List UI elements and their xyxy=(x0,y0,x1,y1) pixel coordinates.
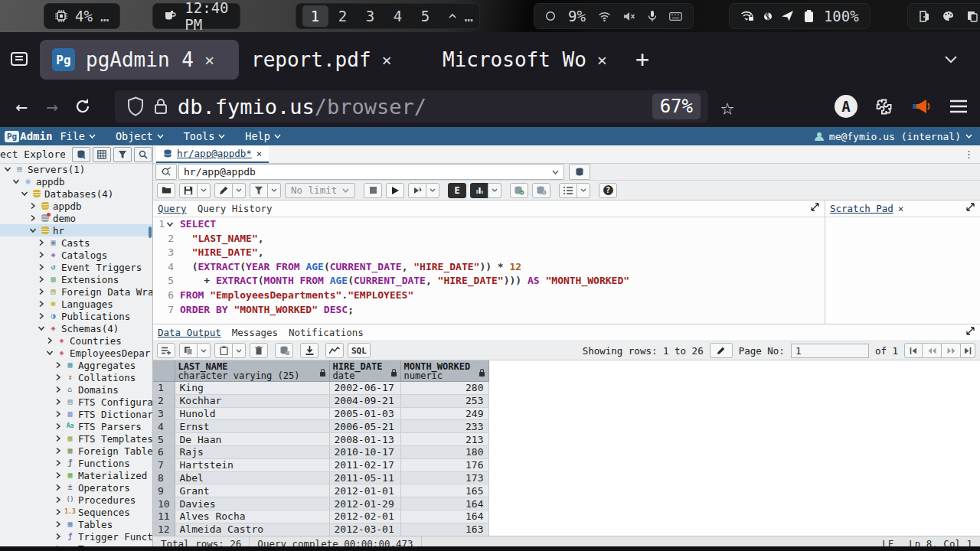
query-tool-tab[interactable]: hr/app@appdb* × xyxy=(156,146,269,163)
tab-query[interactable]: Query xyxy=(158,201,187,217)
chevron-right-icon[interactable] xyxy=(54,533,62,540)
copy-button[interactable] xyxy=(179,343,198,358)
view-data-button[interactable] xyxy=(93,147,111,162)
chevron-right-icon[interactable] xyxy=(54,361,62,369)
tree-item-functions[interactable]: ƒFunctions xyxy=(0,457,152,469)
next-page-button[interactable] xyxy=(941,343,961,358)
tree-item-languages[interactable]: ●Languages xyxy=(0,298,152,310)
tab-query-history[interactable]: Query History xyxy=(198,201,273,217)
new-connection-button[interactable] xyxy=(569,164,590,180)
edit-range-button[interactable] xyxy=(710,343,733,358)
connection-status-button[interactable] xyxy=(155,164,177,180)
tree-item-appdb[interactable]: appdb xyxy=(0,200,152,212)
tree-item-databases-4-[interactable]: Databases(4) xyxy=(0,187,152,200)
workspace-1[interactable]: 1 xyxy=(302,5,328,27)
stop-button[interactable] xyxy=(364,183,382,198)
last-name-cell[interactable]: Alves Rocha xyxy=(175,510,329,523)
menu-help[interactable]: Help xyxy=(245,130,281,142)
chevron-right-icon[interactable] xyxy=(29,202,37,210)
chevron-right-icon[interactable] xyxy=(54,422,62,430)
chevron-right-icon[interactable] xyxy=(54,447,62,455)
edit-options-caret[interactable] xyxy=(232,183,246,198)
tree-item-casts[interactable]: ▣Casts xyxy=(0,236,152,249)
chevron-right-icon[interactable] xyxy=(54,459,62,467)
hire-date-cell[interactable]: 2004-09-21 xyxy=(329,394,400,407)
macros-caret[interactable] xyxy=(577,183,590,198)
tree-item-foreign-data-wra[interactable]: ▤Foreign Data Wra xyxy=(0,285,152,298)
month-worked-cell[interactable]: 165 xyxy=(400,484,488,497)
menu-file[interactable]: File xyxy=(60,130,96,142)
month-worked-cell[interactable]: 164 xyxy=(400,497,488,510)
chevron-right-icon[interactable] xyxy=(38,239,45,246)
hire-date-cell[interactable]: 2012-03-01 xyxy=(329,523,400,536)
chevron-right-icon[interactable] xyxy=(54,471,62,479)
hire-date-cell[interactable]: 2002-06-17 xyxy=(329,382,400,395)
month-worked-cell[interactable]: 233 xyxy=(400,420,488,433)
paste-button[interactable] xyxy=(214,343,233,358)
tree-item-tables[interactable]: ▦Tables xyxy=(0,518,152,530)
tab-data-output[interactable]: Data Output xyxy=(158,324,221,341)
hire-date-cell[interactable]: 2006-05-21 xyxy=(329,420,400,433)
chevron-right-icon[interactable] xyxy=(38,300,45,308)
chevron-right-icon[interactable] xyxy=(38,288,45,295)
cpu-widget[interactable]: 4% … xyxy=(44,3,120,29)
row-number-cell[interactable]: 5 xyxy=(153,433,175,446)
network-battery-widget[interactable]: 100% xyxy=(729,3,871,29)
tree-item-fts-configura[interactable]: ▤FTS Configura xyxy=(0,396,152,408)
tree-item-servers-1-[interactable]: ▤Servers(1) xyxy=(0,163,152,175)
month-worked-cell[interactable]: 280 xyxy=(400,382,488,395)
chevron-right-icon[interactable] xyxy=(54,373,62,381)
row-number-cell[interactable]: 8 xyxy=(153,471,175,484)
save-data-changes-button[interactable] xyxy=(275,343,293,358)
tree-item-countries[interactable]: ◈Countries xyxy=(0,334,152,347)
zoom-level-badge[interactable]: 67% xyxy=(652,93,701,119)
workspace-5[interactable]: 5 xyxy=(413,5,439,27)
filter-options-caret[interactable] xyxy=(267,183,281,198)
last-name-cell[interactable]: Ernst xyxy=(175,420,329,433)
month-worked-cell[interactable]: 180 xyxy=(400,445,488,458)
browser-tab-1[interactable]: PgpgAdmin 4× xyxy=(40,40,239,80)
row-number-cell[interactable]: 7 xyxy=(153,458,175,471)
row-number-cell[interactable]: 6 xyxy=(153,445,175,458)
close-scratch-icon[interactable]: × xyxy=(898,203,904,214)
hamburger-menu-icon[interactable] xyxy=(949,99,968,113)
save-options-caret[interactable] xyxy=(197,183,211,198)
filtered-rows-button[interactable] xyxy=(113,147,132,162)
chevron-right-icon[interactable] xyxy=(29,214,37,222)
workspace-4[interactable]: 4 xyxy=(385,5,411,27)
row-number-cell[interactable]: 4 xyxy=(153,420,175,433)
chevron-right-icon[interactable] xyxy=(38,251,45,259)
edit-button[interactable] xyxy=(214,183,233,198)
row-number-cell[interactable]: 11 xyxy=(153,510,175,523)
paste-caret[interactable] xyxy=(232,343,246,358)
add-row-button[interactable] xyxy=(157,343,175,358)
reload-button[interactable] xyxy=(67,97,98,116)
tree-item-schemas-4-[interactable]: ◈Schemas(4) xyxy=(0,322,152,334)
row-number-cell[interactable]: 10 xyxy=(153,497,175,510)
hire-date-cell[interactable]: 2010-10-17 xyxy=(329,445,400,458)
expand-icon[interactable] xyxy=(966,327,975,335)
tab-notifications[interactable]: Notifications xyxy=(289,324,364,341)
last-name-cell[interactable]: Rajs xyxy=(175,445,329,458)
chevron-right-icon[interactable] xyxy=(46,337,54,344)
browser-tab-3[interactable]: Microsoft Wo× xyxy=(430,40,622,80)
hire-date-cell[interactable]: 2012-01-29 xyxy=(329,497,400,510)
hire-date-cell[interactable]: 2011-02-17 xyxy=(329,458,400,471)
lock-icon[interactable] xyxy=(153,96,168,116)
tab-scratch-pad[interactable]: Scratch Pad × xyxy=(830,201,903,217)
shield-icon[interactable] xyxy=(127,96,144,116)
explain-analyze-button[interactable] xyxy=(470,183,488,198)
column-header-month_worked[interactable]: MONTH_WORKEDnumeric xyxy=(400,360,488,382)
chevron-down-icon[interactable] xyxy=(46,349,54,357)
hire-date-cell[interactable]: 2012-01-01 xyxy=(329,484,400,497)
delete-row-button[interactable] xyxy=(250,343,268,358)
month-worked-cell[interactable]: 249 xyxy=(400,407,488,420)
close-tab-icon[interactable]: × xyxy=(382,51,392,70)
query-tool-button[interactable] xyxy=(72,147,90,162)
graph-visualiser-button[interactable] xyxy=(325,343,344,358)
chevron-down-icon[interactable] xyxy=(38,324,45,332)
tree-item-employeesdepar[interactable]: ◈EmployeesDepar xyxy=(0,347,152,359)
download-results-button[interactable] xyxy=(300,343,318,358)
close-tab-icon[interactable]: × xyxy=(204,51,214,70)
tree-item-publications[interactable]: ◑Publications xyxy=(0,310,152,322)
